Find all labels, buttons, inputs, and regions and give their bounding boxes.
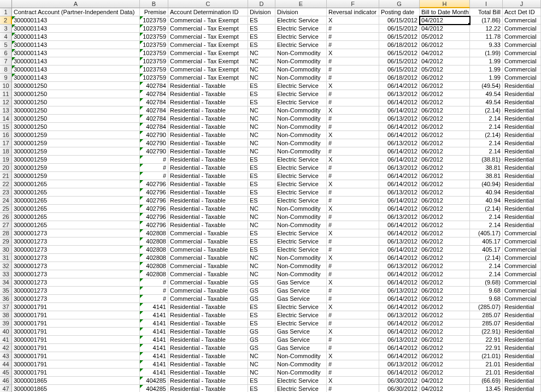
cell-reversal-indicator[interactable]: # (327, 270, 379, 278)
cell-total-bill[interactable]: (9.68) (470, 278, 503, 287)
cell-posting-date[interactable]: 06/14/2012 (379, 344, 420, 352)
cell-total-bill[interactable]: 2.14 (470, 262, 503, 270)
row-header[interactable]: 13 (0, 106, 12, 115)
cell-premise[interactable]: 404285 (140, 377, 168, 385)
cell-total-bill[interactable]: 38.81 (470, 172, 503, 180)
cell-account-determination-id[interactable]: Residential - Taxable (168, 123, 248, 131)
cell-contract-account[interactable]: 3000001265 (12, 180, 140, 188)
column-header-F[interactable]: F (327, 0, 379, 8)
cell-posting-date[interactable]: 06/14/2012 (379, 295, 420, 303)
cell-reversal-indicator[interactable]: X (327, 352, 379, 360)
cell-acct-det-id[interactable]: Commercial (503, 66, 541, 74)
cell-acct-det-id[interactable]: Commercial (503, 57, 541, 66)
cell-reversal-indicator[interactable]: # (327, 336, 379, 344)
cell-bill-to-date-month[interactable]: 06/2012 (420, 303, 470, 311)
cell-posting-date[interactable]: 06/13/2012 (379, 336, 420, 344)
cell-contract-account[interactable]: 3000001273 (12, 237, 140, 246)
cell-premise[interactable]: 1023759 (140, 41, 168, 49)
cell-total-bill[interactable]: 1.99 (470, 57, 503, 66)
cell-division-code[interactable]: ES (248, 90, 275, 98)
cell-reversal-indicator[interactable]: X (327, 377, 379, 385)
row-header[interactable]: 37 (0, 303, 12, 311)
cell-premise[interactable]: 1023759 (140, 25, 168, 33)
cell-reversal-indicator[interactable]: # (327, 66, 379, 74)
cell-reversal-indicator[interactable]: # (327, 295, 379, 303)
cell-reversal-indicator[interactable]: # (327, 90, 379, 98)
cell-total-bill[interactable]: (405.17) (470, 229, 503, 237)
header-cell[interactable]: Premise (140, 8, 168, 16)
cell-bill-to-date-month[interactable]: 04/2012 (420, 385, 470, 392)
cell-account-determination-id[interactable]: Commercial - Tax Exempt (168, 66, 248, 74)
cell-posting-date[interactable]: 06/14/2012 (379, 229, 420, 237)
cell-acct-det-id[interactable]: Residential (503, 123, 541, 131)
cell-bill-to-date-month[interactable]: 06/2012 (420, 106, 470, 115)
cell-bill-to-date-month[interactable]: 06/2012 (420, 246, 470, 254)
cell-posting-date[interactable]: 06/13/2012 (379, 360, 420, 369)
cell-division-code[interactable]: NC (248, 360, 275, 369)
cell-reversal-indicator[interactable]: # (327, 287, 379, 295)
row-header[interactable]: 19 (0, 156, 12, 164)
cell-contract-account[interactable]: 3000001250 (12, 98, 140, 106)
cell-premise[interactable]: 402796 (140, 197, 168, 205)
cell-total-bill[interactable]: 2.14 (470, 139, 503, 147)
cell-division-code[interactable]: ES (248, 237, 275, 246)
cell-posting-date[interactable]: 06/14/2012 (379, 352, 420, 360)
cell-account-determination-id[interactable]: Residential - Taxable (168, 106, 248, 115)
cell-division-name[interactable]: Gas Service (275, 278, 327, 287)
cell-division-code[interactable]: ES (248, 164, 275, 172)
cell-posting-date[interactable]: 06/14/2012 (379, 205, 420, 213)
cell-bill-to-date-month[interactable]: 06/2012 (420, 180, 470, 188)
cell-bill-to-date-month[interactable]: 06/2012 (420, 262, 470, 270)
cell-contract-account[interactable]: 3000001865 (12, 377, 140, 385)
cell-division-name[interactable]: Non-Commodity (275, 57, 327, 66)
cell-bill-to-date-month[interactable]: 06/2012 (420, 213, 470, 221)
cell-posting-date[interactable]: 06/14/2012 (379, 180, 420, 188)
cell-division-code[interactable]: ES (248, 82, 275, 90)
cell-acct-det-id[interactable]: Residential (503, 344, 541, 352)
cell-division-code[interactable]: ES (248, 172, 275, 180)
column-header-I[interactable]: I (470, 0, 503, 8)
cell-contract-account[interactable]: 3000001259 (12, 131, 140, 139)
row-header[interactable]: 45 (0, 369, 12, 377)
cell-contract-account[interactable]: 3000001143 (12, 25, 140, 33)
cell-account-determination-id[interactable]: Residential - Taxable (168, 188, 248, 197)
cell-bill-to-date-month[interactable]: 06/2012 (420, 188, 470, 197)
cell-reversal-indicator[interactable]: # (327, 188, 379, 197)
row-header[interactable]: 41 (0, 336, 12, 344)
cell-total-bill[interactable]: 9.68 (470, 287, 503, 295)
cell-acct-det-id[interactable]: Commercial (503, 287, 541, 295)
cell-acct-det-id[interactable]: Residential (503, 188, 541, 197)
cell-premise[interactable]: # (140, 278, 168, 287)
cell-acct-det-id[interactable]: Commercial (503, 237, 541, 246)
row-header[interactable]: 34 (0, 278, 12, 287)
row-header-1[interactable]: 1 (0, 8, 12, 16)
cell-acct-det-id[interactable]: Commercial (503, 262, 541, 270)
cell-bill-to-date-month[interactable]: 06/2012 (420, 229, 470, 237)
cell-division-name[interactable]: Gas Service (275, 287, 327, 295)
cell-total-bill[interactable]: 38.81 (470, 164, 503, 172)
cell-account-determination-id[interactable]: Residential - Taxable (168, 82, 248, 90)
cell-acct-det-id[interactable]: Residential (503, 172, 541, 180)
cell-account-determination-id[interactable]: Commercial - Tax Exempt (168, 74, 248, 82)
cell-premise[interactable]: 402808 (140, 262, 168, 270)
cell-contract-account[interactable]: 3000001791 (12, 311, 140, 319)
row-header[interactable]: 24 (0, 197, 12, 205)
cell-division-code[interactable]: GS (248, 287, 275, 295)
cell-contract-account[interactable]: 3000001265 (12, 205, 140, 213)
cell-contract-account[interactable]: 3000001259 (12, 156, 140, 164)
cell-acct-det-id[interactable]: Residential (503, 106, 541, 115)
row-header[interactable]: 39 (0, 319, 12, 328)
cell-premise[interactable]: 402790 (140, 139, 168, 147)
row-header[interactable]: 28 (0, 229, 12, 237)
cell-premise[interactable]: 402808 (140, 254, 168, 262)
cell-posting-date[interactable]: 06/15/2012 (379, 49, 420, 57)
cell-division-name[interactable]: Non-Commodity (275, 221, 327, 229)
cell-posting-date[interactable]: 06/15/2012 (379, 66, 420, 74)
cell-account-determination-id[interactable]: Residential - Taxable (168, 139, 248, 147)
cell-posting-date[interactable]: 06/15/2012 (379, 16, 420, 25)
cell-contract-account[interactable]: 3000001259 (12, 172, 140, 180)
cell-posting-date[interactable]: 06/14/2012 (379, 106, 420, 115)
row-header[interactable]: 14 (0, 115, 12, 123)
cell-account-determination-id[interactable]: Commercial - Taxable (168, 262, 248, 270)
cell-account-determination-id[interactable]: Residential - Taxable (168, 385, 248, 392)
